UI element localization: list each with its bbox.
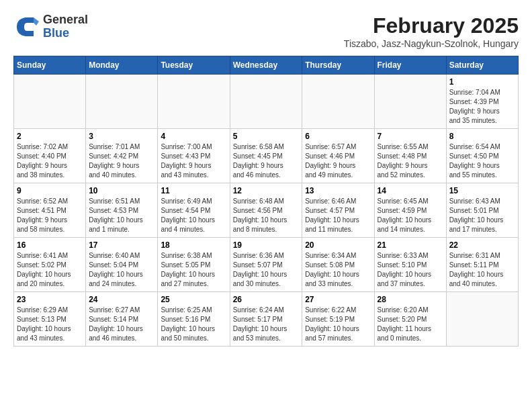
logo-blue: Blue: [43, 27, 88, 40]
calendar-cell: 7Sunrise: 6:55 AM Sunset: 4:48 PM Daylig…: [374, 129, 446, 183]
weekday-header-sunday: Sunday: [14, 56, 86, 75]
day-number: 5: [233, 132, 300, 141]
day-number: 11: [161, 186, 226, 195]
day-detail: Sunrise: 6:40 AM Sunset: 5:04 PM Dayligh…: [89, 251, 154, 289]
calendar-cell: [158, 75, 230, 129]
calendar-cell: 24Sunrise: 6:27 AM Sunset: 5:14 PM Dayli…: [86, 292, 158, 347]
calendar-cell: 2Sunrise: 7:02 AM Sunset: 4:40 PM Daylig…: [14, 129, 86, 183]
day-number: 21: [378, 240, 443, 250]
day-detail: Sunrise: 6:36 AM Sunset: 5:07 PM Dayligh…: [233, 251, 300, 289]
calendar-cell: 20Sunrise: 6:34 AM Sunset: 5:08 PM Dayli…: [302, 238, 374, 292]
day-detail: Sunrise: 6:52 AM Sunset: 4:51 PM Dayligh…: [17, 197, 83, 234]
month-title: February 2025: [344, 13, 519, 38]
day-detail: Sunrise: 6:55 AM Sunset: 4:48 PM Dayligh…: [378, 142, 443, 180]
title-section: February 2025 Tiszabo, Jasz-Nagykun-Szol…: [344, 13, 519, 49]
day-detail: Sunrise: 7:00 AM Sunset: 4:43 PM Dayligh…: [161, 142, 226, 180]
calendar-cell: [86, 75, 158, 129]
calendar-cell: 17Sunrise: 6:40 AM Sunset: 5:04 PM Dayli…: [86, 238, 158, 292]
calendar-cell: 18Sunrise: 6:38 AM Sunset: 5:05 PM Dayli…: [158, 238, 230, 292]
weekday-header-tuesday: Tuesday: [158, 56, 230, 75]
day-detail: Sunrise: 6:49 AM Sunset: 4:54 PM Dayligh…: [161, 197, 226, 234]
calendar-cell: [230, 75, 302, 129]
day-number: 23: [17, 295, 83, 304]
weekday-header-row: SundayMondayTuesdayWednesdayThursdayFrid…: [14, 56, 519, 75]
day-number: 13: [305, 186, 371, 195]
day-detail: Sunrise: 6:43 AM Sunset: 5:01 PM Dayligh…: [449, 197, 515, 234]
day-detail: Sunrise: 6:46 AM Sunset: 4:57 PM Dayligh…: [305, 197, 371, 234]
day-number: 27: [305, 295, 371, 304]
day-number: 14: [378, 186, 443, 195]
day-number: 25: [161, 295, 226, 304]
logo-general: General: [43, 13, 88, 27]
day-number: 10: [89, 186, 154, 195]
weekday-header-saturday: Saturday: [446, 56, 518, 75]
day-detail: Sunrise: 7:01 AM Sunset: 4:42 PM Dayligh…: [89, 142, 154, 180]
day-detail: Sunrise: 6:57 AM Sunset: 4:46 PM Dayligh…: [305, 142, 371, 180]
calendar-cell: 6Sunrise: 6:57 AM Sunset: 4:46 PM Daylig…: [302, 129, 374, 183]
calendar-cell: 23Sunrise: 6:29 AM Sunset: 5:13 PM Dayli…: [14, 292, 86, 347]
day-number: 3: [89, 132, 154, 141]
calendar-cell: 12Sunrise: 6:48 AM Sunset: 4:56 PM Dayli…: [230, 183, 302, 238]
day-detail: Sunrise: 7:02 AM Sunset: 4:40 PM Dayligh…: [17, 142, 83, 180]
calendar-cell: 27Sunrise: 6:22 AM Sunset: 5:19 PM Dayli…: [302, 292, 374, 347]
day-number: 22: [449, 240, 515, 250]
calendar-cell: 19Sunrise: 6:36 AM Sunset: 5:07 PM Dayli…: [230, 238, 302, 292]
day-detail: Sunrise: 6:34 AM Sunset: 5:08 PM Dayligh…: [305, 251, 371, 289]
calendar-cell: 25Sunrise: 6:25 AM Sunset: 5:16 PM Dayli…: [158, 292, 230, 347]
calendar-cell: 1Sunrise: 7:04 AM Sunset: 4:39 PM Daylig…: [446, 75, 518, 129]
calendar-week-row: 1Sunrise: 7:04 AM Sunset: 4:39 PM Daylig…: [14, 75, 519, 129]
day-detail: Sunrise: 6:51 AM Sunset: 4:53 PM Dayligh…: [89, 197, 154, 234]
day-detail: Sunrise: 6:20 AM Sunset: 5:20 PM Dayligh…: [378, 306, 443, 343]
calendar-week-row: 23Sunrise: 6:29 AM Sunset: 5:13 PM Dayli…: [14, 292, 519, 347]
day-detail: Sunrise: 6:24 AM Sunset: 5:17 PM Dayligh…: [233, 306, 300, 343]
calendar-cell: 26Sunrise: 6:24 AM Sunset: 5:17 PM Dayli…: [230, 292, 302, 347]
logo-text: General Blue: [43, 13, 88, 40]
location-subtitle: Tiszabo, Jasz-Nagykun-Szolnok, Hungary: [344, 38, 519, 49]
calendar-cell: [374, 75, 446, 129]
logo-icon: [13, 13, 40, 40]
day-number: 19: [233, 240, 300, 250]
calendar-cell: [14, 75, 86, 129]
day-number: 18: [161, 240, 226, 250]
calendar-cell: 9Sunrise: 6:52 AM Sunset: 4:51 PM Daylig…: [14, 183, 86, 238]
day-number: 2: [17, 132, 83, 141]
day-detail: Sunrise: 6:38 AM Sunset: 5:05 PM Dayligh…: [161, 251, 226, 289]
day-detail: Sunrise: 7:04 AM Sunset: 4:39 PM Dayligh…: [449, 88, 515, 126]
day-detail: Sunrise: 6:48 AM Sunset: 4:56 PM Dayligh…: [233, 197, 300, 234]
day-detail: Sunrise: 6:27 AM Sunset: 5:14 PM Dayligh…: [89, 306, 154, 343]
day-number: 1: [449, 77, 515, 87]
calendar-cell: 10Sunrise: 6:51 AM Sunset: 4:53 PM Dayli…: [86, 183, 158, 238]
calendar-cell: [302, 75, 374, 129]
day-number: 20: [305, 240, 371, 250]
calendar-cell: 15Sunrise: 6:43 AM Sunset: 5:01 PM Dayli…: [446, 183, 518, 238]
day-detail: Sunrise: 6:33 AM Sunset: 5:10 PM Dayligh…: [378, 251, 443, 289]
calendar-week-row: 16Sunrise: 6:41 AM Sunset: 5:02 PM Dayli…: [14, 238, 519, 292]
day-detail: Sunrise: 6:54 AM Sunset: 4:50 PM Dayligh…: [449, 142, 515, 180]
calendar-cell: 22Sunrise: 6:31 AM Sunset: 5:11 PM Dayli…: [446, 238, 518, 292]
day-number: 28: [378, 295, 443, 304]
page-header: General Blue February 2025 Tiszabo, Jasz…: [13, 13, 519, 49]
calendar-cell: [446, 292, 518, 347]
calendar-cell: 4Sunrise: 7:00 AM Sunset: 4:43 PM Daylig…: [158, 129, 230, 183]
day-detail: Sunrise: 6:29 AM Sunset: 5:13 PM Dayligh…: [17, 306, 83, 343]
calendar-cell: 3Sunrise: 7:01 AM Sunset: 4:42 PM Daylig…: [86, 129, 158, 183]
day-number: 12: [233, 186, 300, 195]
day-detail: Sunrise: 6:41 AM Sunset: 5:02 PM Dayligh…: [17, 251, 83, 289]
day-number: 8: [449, 132, 515, 141]
day-number: 9: [17, 186, 83, 195]
calendar-cell: 28Sunrise: 6:20 AM Sunset: 5:20 PM Dayli…: [374, 292, 446, 347]
calendar-week-row: 2Sunrise: 7:02 AM Sunset: 4:40 PM Daylig…: [14, 129, 519, 183]
day-detail: Sunrise: 6:45 AM Sunset: 4:59 PM Dayligh…: [378, 197, 443, 234]
day-number: 7: [378, 132, 443, 141]
calendar-table: SundayMondayTuesdayWednesdayThursdayFrid…: [13, 56, 519, 347]
day-detail: Sunrise: 6:58 AM Sunset: 4:45 PM Dayligh…: [233, 142, 300, 180]
calendar-week-row: 9Sunrise: 6:52 AM Sunset: 4:51 PM Daylig…: [14, 183, 519, 238]
day-number: 15: [449, 186, 515, 195]
day-number: 4: [161, 132, 226, 141]
weekday-header-monday: Monday: [86, 56, 158, 75]
day-number: 24: [89, 295, 154, 304]
weekday-header-wednesday: Wednesday: [230, 56, 302, 75]
calendar-cell: 5Sunrise: 6:58 AM Sunset: 4:45 PM Daylig…: [230, 129, 302, 183]
weekday-header-friday: Friday: [374, 56, 446, 75]
weekday-header-thursday: Thursday: [302, 56, 374, 75]
